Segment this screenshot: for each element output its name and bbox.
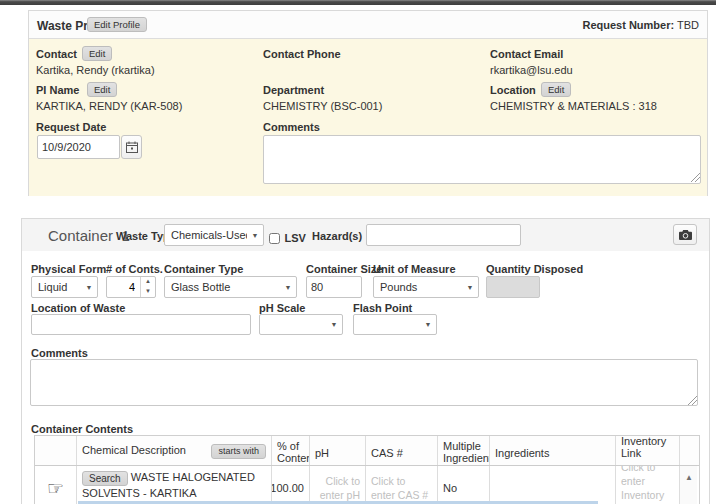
flash-point-label: Flash Point	[353, 302, 412, 314]
col-cas: CAS #	[366, 436, 438, 465]
container-comments-label: Comments	[31, 347, 88, 359]
unit-of-measure-label: Unit of Measure	[373, 263, 456, 275]
waste-type-select[interactable]: Chemicals-Used ▼	[164, 224, 264, 246]
location-value: CHEMISTRY & MATERIALS : 318	[490, 100, 657, 112]
calendar-icon	[126, 141, 138, 153]
contact-email-value: rkartika@lsu.edu	[490, 64, 573, 76]
contact-phone-label: Contact Phone	[263, 48, 341, 60]
cas-cell[interactable]: Click to enter CAS #	[366, 466, 438, 504]
container-header: Container 1 Waste Type Chemicals-Used ▼ …	[22, 219, 709, 251]
location-edit-button[interactable]: Edit	[541, 82, 571, 97]
pointing-hand-icon[interactable]: ☞	[47, 479, 64, 498]
num-conts-label: # of Conts.	[106, 263, 163, 275]
col-inventory-link: Inventory Link	[616, 436, 680, 465]
lsv-label: LSV	[284, 232, 305, 244]
unit-of-measure-select[interactable]: Pounds ▼	[373, 276, 479, 298]
edit-profile-button[interactable]: Edit Profile	[87, 17, 147, 32]
lsv-field: LSV	[269, 228, 306, 246]
department-value: CHEMISTRY (BSC-001)	[263, 100, 382, 112]
chemical-description-cell[interactable]: Search WASTE HALOGENATED SOLVENTS - KART…	[77, 466, 272, 504]
physical-form-select[interactable]: Liquid ▼	[31, 276, 98, 298]
request-number-label: Request Number:	[582, 19, 674, 31]
quantity-disposed-label: Quantity Disposed	[486, 263, 583, 275]
chevron-down-icon: ▼	[280, 284, 296, 291]
container-contents-title: Container Contents	[31, 423, 133, 435]
col-ph: pH	[310, 436, 366, 465]
row-select-cell[interactable]: ☞	[35, 466, 77, 504]
container-size-input[interactable]	[306, 276, 362, 298]
chevron-down-icon: ▼	[247, 232, 263, 239]
location-of-waste-label: Location of Waste	[31, 302, 125, 314]
photo-button[interactable]	[673, 224, 697, 245]
col-select	[35, 436, 77, 465]
container-panel: Container 1 Waste Type Chemicals-Used ▼ …	[21, 218, 710, 504]
contact-email-label: Contact Email	[490, 48, 563, 60]
chevron-down-icon: ▼	[462, 284, 478, 291]
flash-point-select[interactable]: ▼	[353, 314, 437, 335]
resize-grip[interactable]	[691, 173, 700, 182]
ingredients-cell[interactable]	[490, 466, 616, 504]
container-contents-grid: Chemical Description starts with % of Co…	[34, 435, 700, 504]
grid-header-row: Chemical Description starts with % of Co…	[35, 436, 699, 466]
pi-name-edit-button[interactable]: Edit	[87, 82, 117, 97]
col-chemical-description: Chemical Description starts with	[77, 436, 272, 465]
pi-name-label: PI Name	[36, 84, 79, 96]
chevron-down-icon: ▼	[326, 321, 342, 328]
scrollbar-header-spacer	[680, 436, 697, 465]
contact-label: Contact	[36, 48, 77, 60]
container-comments-textarea[interactable]	[30, 359, 698, 406]
quantity-disposed-input	[486, 276, 540, 298]
location-label: Location	[490, 84, 536, 96]
search-button[interactable]: Search	[82, 471, 128, 486]
num-conts-input[interactable]	[107, 277, 140, 297]
ph-scale-label: pH Scale	[259, 302, 305, 314]
hazards-input[interactable]	[366, 224, 521, 246]
grid-data-row[interactable]: ☞ Search WASTE HALOGENATED SOLVENTS - KA…	[35, 466, 699, 504]
window-top-bar	[0, 0, 716, 5]
lsv-checkbox[interactable]	[269, 233, 280, 244]
physical-form-label: Physical Form	[31, 263, 106, 275]
starts-with-button[interactable]: starts with	[211, 444, 266, 459]
chevron-down-icon: ▼	[420, 321, 436, 328]
num-conts-stepper: ▲ ▼	[106, 276, 156, 298]
ph-cell[interactable]: Click to enter pH	[310, 466, 366, 504]
scroll-up-icon[interactable]: ▲	[685, 473, 692, 482]
col-ingredients: Ingredients	[490, 436, 616, 465]
container-size-label: Container Size	[306, 263, 382, 275]
multiple-ingredients-cell[interactable]: No	[438, 466, 490, 504]
contact-edit-button[interactable]: Edit	[82, 46, 112, 61]
chevron-down-icon: ▼	[81, 284, 97, 291]
col-multiple-ingredients: Multiple Ingredients	[438, 436, 490, 465]
calendar-button[interactable]	[121, 135, 142, 159]
grid-scrollbar[interactable]: ▲	[680, 466, 697, 504]
container-type-select[interactable]: Glass Bottle ▼	[164, 276, 297, 298]
waste-profile-panel: Waste Profile Edit Profile Request Numbe…	[28, 10, 708, 196]
request-number-value: TBD	[677, 19, 699, 31]
camera-icon	[679, 230, 692, 240]
waste-profile-body: Contact Edit Kartika, Rendy (rkartika) C…	[29, 39, 707, 196]
pi-name-value: KARTIKA, RENDY (KAR-508)	[36, 100, 182, 112]
request-date-input[interactable]	[37, 135, 120, 159]
waste-profile-page: Waste Profile Edit Profile Request Numbe…	[0, 0, 716, 504]
request-date-label: Request Date	[36, 121, 106, 133]
department-label: Department	[263, 84, 324, 96]
ph-scale-select[interactable]: ▼	[259, 314, 343, 335]
location-of-waste-input[interactable]	[31, 314, 251, 335]
profile-comments-label: Comments	[263, 121, 320, 133]
profile-comments-textarea[interactable]	[263, 135, 701, 184]
contact-value: Kartika, Rendy (rkartika)	[36, 64, 155, 76]
container-type-label: Container Type	[164, 263, 243, 275]
waste-profile-header: Waste Profile Edit Profile Request Numbe…	[29, 11, 707, 39]
request-number: Request Number: TBD	[582, 19, 699, 31]
spinner-up-icon[interactable]: ▲	[141, 277, 155, 287]
spinner-down-icon[interactable]: ▼	[141, 287, 155, 297]
inventory-link-cell[interactable]: Click to enter Inventory Link #	[616, 466, 680, 504]
percent-of-content-cell[interactable]: 100.00	[272, 466, 310, 504]
resize-grip[interactable]	[688, 396, 697, 405]
hazards-label: Hazard(s)	[312, 230, 362, 242]
col-percent-of-content: % of Content	[272, 436, 310, 465]
